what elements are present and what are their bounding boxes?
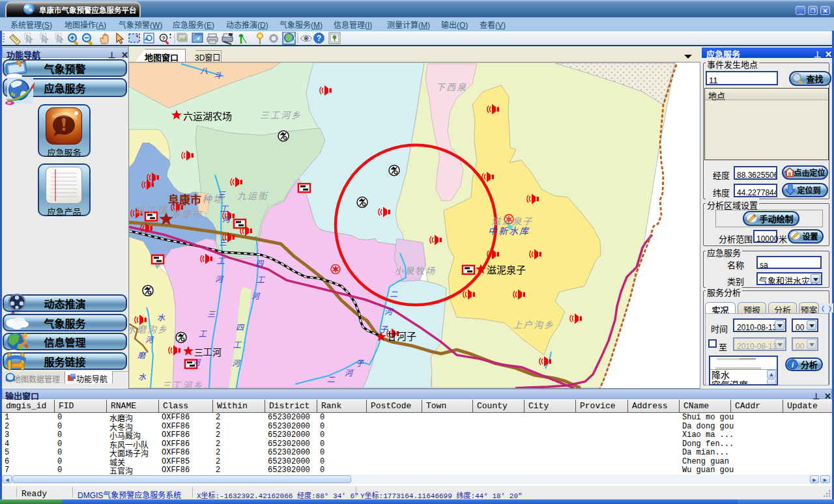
svg-text:三工河乡: 三工河乡 [162,378,203,389]
svg-text:河: 河 [252,290,261,301]
svg-text:水: 水 [157,311,165,322]
svg-text:二: 二 [327,373,336,384]
svg-text:三工河乡: 三工河乡 [260,108,302,121]
svg-text:二: 二 [390,288,398,299]
svg-text:工: 工 [220,203,229,214]
svg-text:工: 工 [199,328,207,339]
svg-text:甘河子: 甘河子 [387,329,416,343]
svg-text:阜康市: 阜康市 [171,207,203,220]
svg-text:九运街: 九运街 [237,189,268,202]
svg-text:工: 工 [233,339,242,350]
svg-text:上户沟乡: 上户沟乡 [513,318,554,331]
svg-text:河: 河 [145,333,154,344]
svg-text:斗: 斗 [214,69,222,80]
svg-text:小泉牧场: 小泉牧场 [394,264,436,277]
svg-text:八: 八 [200,64,208,76]
svg-text:阜康市: 阜康市 [168,191,201,207]
svg-text:三工河: 三工河 [194,345,222,358]
svg-text:六运湖农场: 六运湖农场 [183,109,232,122]
svg-text:四: 四 [255,257,265,268]
svg-text:下西泉: 下西泉 [436,80,467,93]
svg-text:工: 工 [217,255,225,266]
svg-text:工: 工 [257,273,265,285]
svg-text:三: 三 [219,236,227,247]
svg-text:磨: 磨 [137,349,147,360]
svg-text:四: 四 [236,321,245,332]
svg-text:水: 水 [138,371,147,382]
svg-text:三: 三 [207,308,216,319]
svg-text:河: 河 [345,367,354,378]
svg-text:河: 河 [222,213,231,224]
svg-text:子: 子 [356,357,364,368]
svg-text:?: ? [317,32,321,43]
svg-text:河: 河 [232,357,241,368]
svg-text:河: 河 [215,273,224,284]
svg-text:城关镇: 城关镇 [135,203,168,216]
svg-text:滋泥泉子: 滋泥泉子 [487,262,526,276]
svg-text:三: 三 [218,188,226,199]
svg-text:河: 河 [384,305,394,316]
